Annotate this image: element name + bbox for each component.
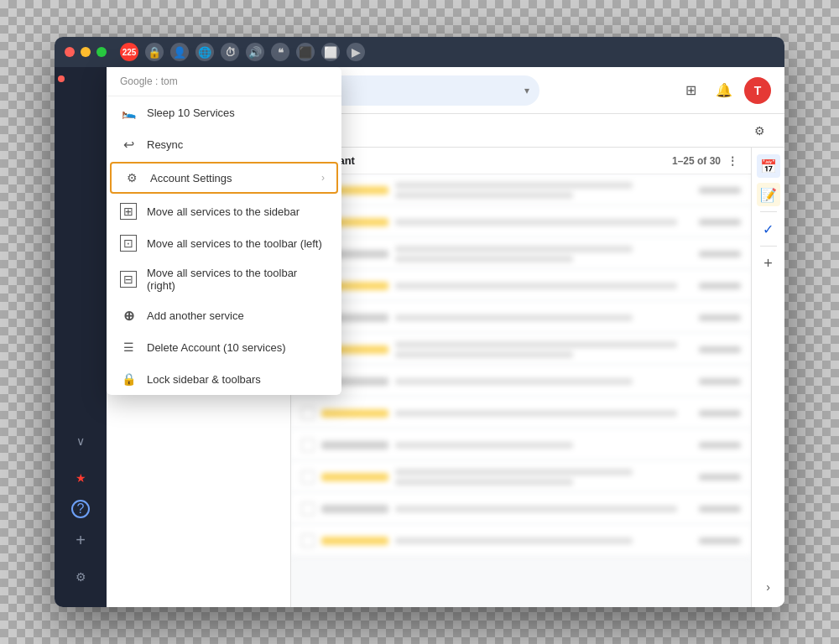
- tasks-icon[interactable]: ✓: [757, 217, 780, 241]
- move-toolbar-left-icon: ⊡: [120, 235, 137, 252]
- dropdown-item-move-toolbar-right[interactable]: ⊟ Move all services to the toolbar (righ…: [107, 259, 341, 299]
- move-toolbar-left-label: Move all services to the toolbar (left): [147, 237, 322, 250]
- dropdown-item-account-settings[interactable]: ⚙ Account Settings ›: [110, 162, 338, 194]
- sidebar-bottom-icons: ∨ ★ ? + ⚙: [65, 424, 96, 600]
- date-bar: [699, 474, 741, 480]
- content-bar: [395, 538, 633, 544]
- sleep-icon: 🛌: [120, 104, 137, 121]
- content-bar: [395, 182, 633, 189]
- panel-chevron-icon[interactable]: ›: [766, 580, 770, 600]
- apps-icon[interactable]: ⊞: [677, 77, 704, 104]
- close-button[interactable]: [65, 47, 75, 57]
- content-bar: [395, 378, 633, 385]
- dropdown-item-lock-sidebar[interactable]: 🔒 Lock sidebar & toolbars: [107, 363, 341, 395]
- email-row[interactable]: [291, 334, 751, 366]
- sidebar-settings-icon[interactable]: ⚙: [65, 562, 96, 592]
- email-row[interactable]: [291, 429, 751, 461]
- dropdown-item-add-service[interactable]: ⊕ Add another service: [107, 299, 341, 331]
- email-row[interactable]: [291, 302, 751, 334]
- sender-bar: [321, 409, 388, 418]
- date-bar: [699, 442, 741, 449]
- date-bar: [699, 314, 741, 321]
- lock-sidebar-label: Lock sidebar & toolbars: [147, 373, 261, 386]
- email-row[interactable]: [291, 206, 751, 238]
- notifications-icon[interactable]: 🔔: [711, 77, 737, 104]
- date-bar: [699, 251, 741, 257]
- minimize-button[interactable]: [81, 47, 91, 57]
- panel-divider: [760, 246, 777, 247]
- user-icon: 👤: [170, 43, 189, 61]
- dropdown-item-sleep[interactable]: 🛌 Sleep 10 Services: [107, 96, 341, 128]
- email-row[interactable]: [291, 366, 751, 397]
- window-controls: [65, 47, 107, 57]
- email-checkbox[interactable]: [301, 407, 315, 420]
- sound-icon: 🔊: [246, 43, 264, 61]
- email-checkbox[interactable]: [301, 502, 315, 516]
- content-bars: [395, 314, 692, 321]
- date-bar: [699, 187, 741, 194]
- content-bar: [395, 410, 677, 417]
- sidebar-add-icon[interactable]: +: [65, 525, 96, 555]
- box1-icon: ⬛: [296, 43, 315, 61]
- dropdown-item-move-toolbar-left[interactable]: ⊡ Move all services to the toolbar (left…: [107, 227, 341, 259]
- notes-icon[interactable]: 📝: [757, 183, 780, 206]
- sidebar-help-icon[interactable]: ?: [71, 500, 90, 518]
- user-avatar[interactable]: T: [744, 77, 771, 104]
- sender-bar: [321, 473, 388, 481]
- panel-divider: [760, 211, 777, 212]
- email-row[interactable]: [291, 397, 751, 429]
- delete-account-icon: ☰: [120, 339, 137, 356]
- date-bar: [699, 378, 741, 385]
- dropdown-item-move-sidebar[interactable]: ⊞ Move all services to the sidebar: [107, 195, 341, 227]
- quote-icon: ❝: [271, 43, 289, 61]
- box2-icon: ⬜: [321, 43, 340, 61]
- content-bar: [395, 479, 573, 486]
- email-row[interactable]: [291, 238, 751, 270]
- date-bar: [699, 283, 741, 289]
- more-options-icon[interactable]: ⋮: [727, 155, 737, 167]
- content-bars: [395, 246, 692, 262]
- sidebar-star-icon[interactable]: ★: [65, 463, 96, 493]
- toolbar-icons: ⊞ 🔔 T: [677, 77, 771, 104]
- date-bar: [699, 219, 741, 226]
- dropdown-item-resync[interactable]: ↩ Resync: [107, 128, 341, 160]
- email-row[interactable]: [291, 493, 751, 525]
- email-checkbox[interactable]: [301, 534, 315, 548]
- email-row[interactable]: [291, 174, 751, 206]
- content-bars: [395, 538, 692, 544]
- content-bars: [395, 469, 692, 486]
- email-row[interactable]: [291, 270, 751, 302]
- lock-icon: 🔒: [145, 43, 164, 61]
- right-panel: 📅 📝 ✓ + ›: [751, 148, 784, 607]
- account-settings-label: Account Settings: [150, 172, 232, 184]
- content-bar: [395, 192, 573, 199]
- resync-label: Resync: [147, 138, 183, 151]
- email-list: Important 1–25 of 30 ⋮: [291, 148, 751, 607]
- email-checkbox[interactable]: [301, 439, 315, 452]
- content-bar: [395, 219, 677, 226]
- notification-badge: 225: [120, 43, 138, 61]
- sender-bar: [321, 441, 388, 449]
- content-bar: [395, 442, 573, 449]
- email-checkbox[interactable]: [301, 470, 315, 484]
- content-bar: [395, 246, 633, 252]
- email-list-header: Important 1–25 of 30 ⋮: [291, 148, 751, 174]
- settings-button[interactable]: ⚙: [748, 119, 771, 143]
- content-bar: [395, 506, 677, 512]
- calendar-icon[interactable]: 📅: [757, 154, 780, 178]
- search-dropdown-icon[interactable]: ▾: [524, 85, 529, 96]
- page-count: 1–25 of 30: [672, 155, 721, 167]
- maximize-button[interactable]: [96, 47, 107, 57]
- content-bars: [395, 219, 692, 226]
- dropdown-menu: Google : tom 🛌 Sleep 10 Services ↩ Resyn…: [107, 67, 341, 395]
- add-panel-button[interactable]: +: [757, 252, 780, 275]
- content-bars: [395, 378, 692, 385]
- sidebar-chevron-icon[interactable]: ∨: [65, 426, 96, 456]
- content-bars: [395, 506, 692, 512]
- dropdown-item-delete-account[interactable]: ☰ Delete Account (10 services): [107, 331, 341, 363]
- email-row[interactable]: [291, 525, 751, 557]
- add-service-label: Add another service: [147, 309, 244, 322]
- content-bar: [395, 341, 677, 348]
- email-row[interactable]: [291, 461, 751, 493]
- app-window: 225 🔒 👤 🌐 ⏱ 🔊 ❝ ⬛ ⬜ ▶ ∨ ★ ? + ⚙: [55, 37, 784, 607]
